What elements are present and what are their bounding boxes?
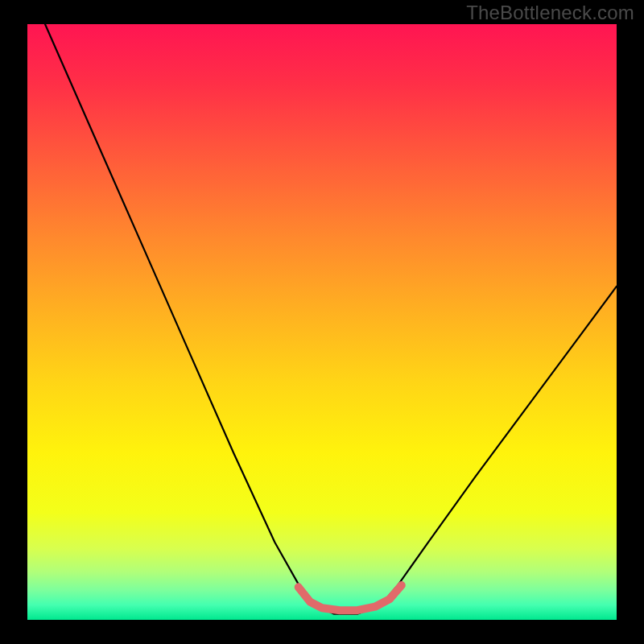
bottleneck-chart bbox=[0, 0, 644, 644]
watermark-text: TheBottleneck.com bbox=[466, 2, 634, 24]
chart-frame: TheBottleneck.com bbox=[0, 0, 644, 644]
plot-background bbox=[27, 24, 617, 620]
